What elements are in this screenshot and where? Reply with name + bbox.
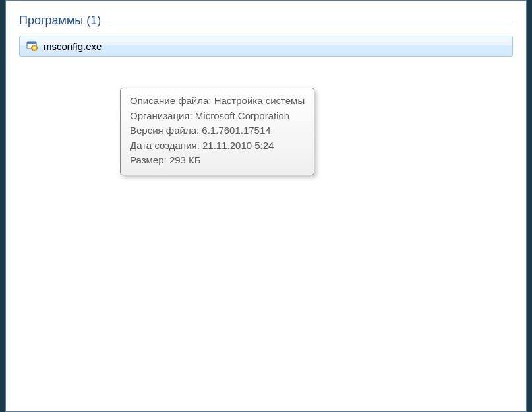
result-filename: msconfig.exe <box>44 41 102 52</box>
tooltip-label: Организация: <box>130 110 192 121</box>
tooltip-row: Организация: Microsoft Corporation <box>130 109 305 124</box>
tooltip-label: Описание файла: <box>130 95 212 106</box>
tooltip-label: Размер: <box>130 154 167 165</box>
msconfig-icon <box>26 40 38 52</box>
tooltip-row: Описание файла: Настройка системы <box>130 94 305 109</box>
svg-point-3 <box>33 47 36 49</box>
search-results-window: Программы (1) msconfig.exe Описание файл… <box>5 0 527 412</box>
tooltip-value: Microsoft Corporation <box>195 110 289 121</box>
tooltip-value: Настройка системы <box>214 95 305 106</box>
svg-rect-1 <box>27 42 36 44</box>
tooltip-value: 6.1.7601.17514 <box>202 125 270 136</box>
section-header-row: Программы (1) <box>6 1 526 36</box>
file-tooltip: Описание файла: Настройка системы Органи… <box>120 88 314 175</box>
tooltip-value: 293 КБ <box>169 154 201 165</box>
tooltip-label: Дата создания: <box>130 140 200 151</box>
tooltip-row: Размер: 293 КБ <box>130 153 305 168</box>
tooltip-value: 21.11.2010 5:24 <box>202 140 274 151</box>
tooltip-row: Дата создания: 21.11.2010 5:24 <box>130 138 305 154</box>
tooltip-row: Версия файла: 6.1.7601.17514 <box>130 123 305 138</box>
tooltip-label: Версия файла: <box>130 125 199 136</box>
section-header: Программы (1) <box>19 14 107 28</box>
search-result-item[interactable]: msconfig.exe <box>19 36 513 57</box>
section-divider <box>107 22 513 22</box>
